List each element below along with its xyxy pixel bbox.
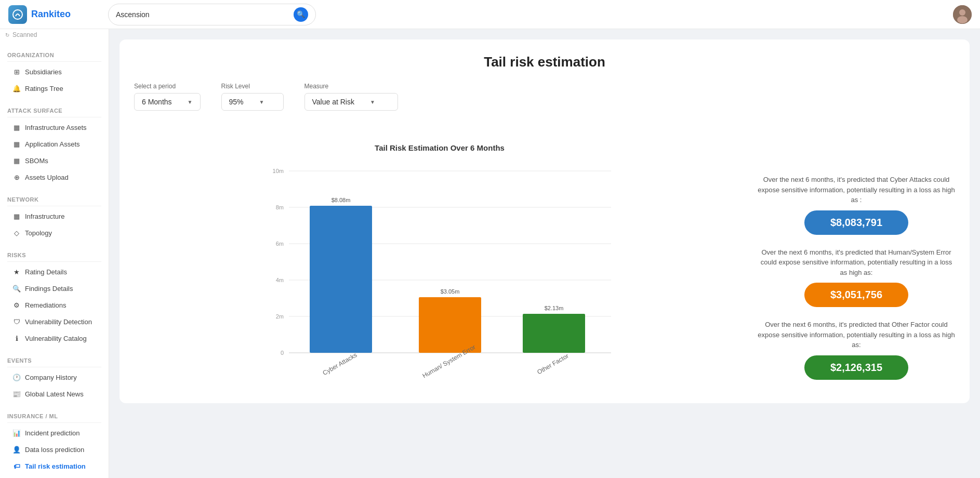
measure-control: Measure Value at Risk ▼ xyxy=(304,83,398,111)
vulnerability-catalog-icon: ℹ xyxy=(12,334,21,342)
svg-text:8m: 8m xyxy=(276,204,284,210)
measure-select[interactable]: Value at Risk ▼ xyxy=(304,93,398,111)
svg-text:2m: 2m xyxy=(276,313,284,320)
topbar: Rankiteo 🔍 xyxy=(0,0,980,29)
sidebar-section-events: Events 🕐 Company History 📰 Global Latest… xyxy=(0,349,109,405)
sidebar-section-network: Network ▦ Infrastructure ◇ Topology xyxy=(0,188,109,244)
other-factor-badge: $2,126,315 xyxy=(804,355,908,380)
search-button[interactable]: 🔍 xyxy=(294,7,308,22)
risk-panel: Over the next 6 months, it's predicted t… xyxy=(758,143,955,389)
sboms-icon: ▦ xyxy=(12,156,21,165)
human-error-description: Over the next 6 months, it's predicted t… xyxy=(758,247,955,278)
sidebar-item-rating-details[interactable]: ★ Rating Details xyxy=(7,264,101,280)
section-title-insurance-ml: Insurance / ML xyxy=(7,413,101,419)
sidebar-item-findings-details[interactable]: 🔍 Findings Details xyxy=(7,281,101,296)
period-chevron-icon: ▼ xyxy=(188,99,193,105)
data-loss-prediction-icon: 👤 xyxy=(12,445,21,454)
sidebar-item-tail-risk-estimation[interactable]: 🏷 Tail risk estimation xyxy=(7,458,101,474)
svg-point-2 xyxy=(959,9,965,16)
subsidiaries-icon: ⊞ xyxy=(12,68,21,76)
svg-text:6m: 6m xyxy=(276,241,284,247)
ratings-tree-icon: 🔔 xyxy=(12,84,21,92)
sidebar-item-infrastructure-assets[interactable]: ▦ Infrastructure Assets xyxy=(7,120,101,135)
sidebar-section-organization: Organization ⊞ Subsidiaries 🔔 Ratings Tr… xyxy=(0,44,109,99)
assets-upload-icon: ⊕ xyxy=(12,173,21,181)
bar-cyber-attacks xyxy=(310,206,372,353)
human-error-badge: $3,051,756 xyxy=(804,283,908,307)
topology-icon: ◇ xyxy=(12,229,21,237)
svg-text:$3.05m: $3.05m xyxy=(441,288,460,295)
sidebar-item-incident-prediction[interactable]: 📊 Incident prediction xyxy=(7,425,101,441)
period-control: Select a period 6 Months ▼ xyxy=(134,83,201,111)
other-factor-description: Over the next 6 months, it's predicted t… xyxy=(758,320,955,350)
sidebar-item-assets-upload[interactable]: ⊕ Assets Upload xyxy=(7,169,101,185)
sidebar-section-attack-surface: Attack Surface ▦ Infrastructure Assets ▦… xyxy=(0,99,109,188)
sidebar-item-remediations[interactable]: ⚙ Remediations xyxy=(7,297,101,313)
sidebar-item-company-history[interactable]: 🕐 Company History xyxy=(7,369,101,385)
rating-details-icon: ★ xyxy=(12,268,21,276)
tail-risk-estimation-icon: 🏷 xyxy=(12,462,21,470)
bar-chart: 10m 8m 6m 4m 2m 0 $8.08m xyxy=(134,161,745,379)
svg-text:4m: 4m xyxy=(276,277,284,283)
layout: ↻ Scanned Organization ⊞ Subsidiaries 🔔 … xyxy=(0,29,980,478)
sidebar-item-vulnerability-catalog[interactable]: ℹ Vulnerability Catalog xyxy=(7,330,101,346)
risk-level-control: Risk Level 95% ▼ xyxy=(221,83,284,111)
sidebar-item-sboms[interactable]: ▦ SBOMs xyxy=(7,153,101,168)
sidebar-item-vulnerability-detection[interactable]: 🛡 Vulnerability Detection xyxy=(7,314,101,329)
chart-title: Tail Risk Estimation Over 6 Months xyxy=(134,143,745,152)
sidebar-item-subsidiaries[interactable]: ⊞ Subsidiaries xyxy=(7,64,101,79)
content-card: Tail risk estimation Select a period 6 M… xyxy=(120,39,970,403)
svg-text:0: 0 xyxy=(281,350,284,356)
global-latest-news-icon: 📰 xyxy=(12,390,21,398)
x-label-other-factor: Other Factor xyxy=(536,352,570,376)
section-title-risks: Risks xyxy=(7,252,101,258)
infrastructure-assets-icon: ▦ xyxy=(12,123,21,131)
section-title-organization: Organization xyxy=(7,52,101,58)
sidebar-item-data-loss-prediction[interactable]: 👤 Data loss prediction xyxy=(7,442,101,457)
bar-other-factor xyxy=(523,314,585,353)
sidebar: ↻ Scanned Organization ⊞ Subsidiaries 🔔 … xyxy=(0,29,109,478)
logo: Rankiteo xyxy=(8,5,102,24)
sidebar-item-application-assets[interactable]: ▦ Application Assets xyxy=(7,136,101,152)
main-content: Tail risk estimation Select a period 6 M… xyxy=(109,29,980,478)
period-select[interactable]: 6 Months ▼ xyxy=(134,93,201,111)
controls-row: Select a period 6 Months ▼ Risk Level 95… xyxy=(134,83,955,111)
sidebar-item-global-latest-news[interactable]: 📰 Global Latest News xyxy=(7,386,101,402)
risk-level-label: Risk Level xyxy=(221,83,284,90)
section-title-network: Network xyxy=(7,196,101,203)
risk-level-select[interactable]: 95% ▼ xyxy=(221,93,284,111)
search-input[interactable] xyxy=(116,10,289,19)
page-title: Tail risk estimation xyxy=(134,54,955,70)
search-icon: 🔍 xyxy=(297,10,305,18)
svg-text:$8.08m: $8.08m xyxy=(332,197,351,203)
risk-level-chevron-icon: ▼ xyxy=(259,99,264,105)
logo-icon xyxy=(8,5,27,24)
measure-chevron-icon: ▼ xyxy=(370,99,375,105)
chart-section: Tail Risk Estimation Over 6 Months 10m 8… xyxy=(134,143,745,389)
risk-item-human-error: Over the next 6 months, it's predicted t… xyxy=(758,247,955,308)
topbar-right xyxy=(953,5,972,24)
scanned-status: ↻ Scanned xyxy=(0,29,109,44)
vulnerability-detection-icon: 🛡 xyxy=(12,317,21,326)
period-label: Select a period xyxy=(134,83,201,90)
sidebar-section-insurance-ml: Insurance / ML 📊 Incident prediction 👤 D… xyxy=(0,405,109,477)
cyber-attacks-badge: $8,083,791 xyxy=(804,210,908,235)
measure-label: Measure xyxy=(304,83,398,90)
x-label-cyber-attacks: Cyber Attacks xyxy=(321,351,358,377)
search-bar[interactable]: 🔍 xyxy=(108,4,316,25)
svg-text:10m: 10m xyxy=(273,168,284,174)
risk-item-other-factor: Over the next 6 months, it's predicted t… xyxy=(758,320,955,380)
svg-text:$2.13m: $2.13m xyxy=(545,305,564,311)
application-assets-icon: ▦ xyxy=(12,140,21,148)
company-history-icon: 🕐 xyxy=(12,373,21,381)
section-title-events: Events xyxy=(7,357,101,364)
findings-details-icon: 🔍 xyxy=(12,284,21,293)
infrastructure-icon: ▦ xyxy=(12,212,21,220)
sidebar-item-ratings-tree[interactable]: 🔔 Ratings Tree xyxy=(7,81,101,96)
cyber-attacks-description: Over the next 6 months, it's predicted t… xyxy=(758,175,955,205)
avatar[interactable] xyxy=(953,5,972,24)
sidebar-item-infrastructure[interactable]: ▦ Infrastructure xyxy=(7,208,101,224)
svg-point-3 xyxy=(957,16,968,23)
sidebar-item-topology[interactable]: ◇ Topology xyxy=(7,225,101,241)
logo-text: Rankiteo xyxy=(31,9,71,20)
